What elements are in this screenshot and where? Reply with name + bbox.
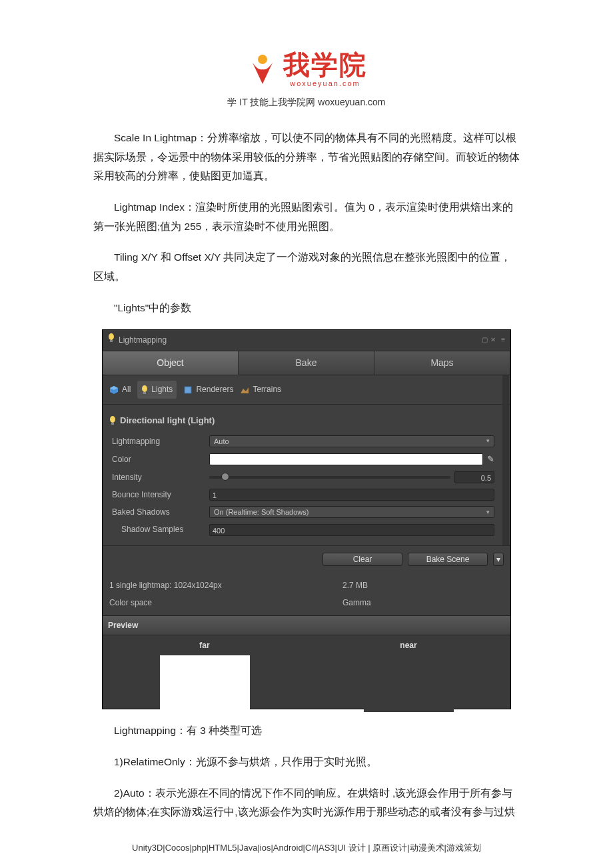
page-header: 我学院 woxueyuan.com 学 IT 技能上我学院网 woxueyuan… bbox=[0, 47, 613, 109]
filter-all[interactable]: All bbox=[109, 382, 131, 397]
lightmapping-dropdown[interactable]: Auto ▾ bbox=[209, 435, 494, 447]
preview-far-label: far bbox=[103, 635, 306, 655]
logo-subtext: woxueyuan.com bbox=[283, 79, 367, 87]
shadows-label: Baked Shadows bbox=[109, 505, 209, 519]
intensity-label: Intensity bbox=[109, 470, 209, 485]
prop-bounce: Bounce Intensity 1 bbox=[109, 486, 504, 503]
filter-renderers[interactable]: Renderers bbox=[183, 382, 233, 397]
window-titlebar: Lightmapping ▢ ✕ ≡ bbox=[103, 330, 510, 350]
filter-terrains[interactable]: Terrains bbox=[240, 382, 281, 397]
filter-bar: All Lights Renderers Terrains bbox=[103, 375, 510, 404]
paragraph-scale: Scale In Lightmap：分辨率缩放，可以使不同的物体具有不同的光照精… bbox=[93, 129, 520, 186]
tab-maps[interactable]: Maps bbox=[374, 351, 510, 375]
document-body: Scale In Lightmap：分辨率缩放，可以使不同的物体具有不同的光照精… bbox=[0, 129, 613, 822]
lightmapping-label: Lightmapping bbox=[109, 434, 209, 449]
preview-near-label: near bbox=[306, 635, 510, 655]
tab-bar: Object Bake Maps bbox=[103, 351, 510, 376]
paragraph-tiling: Tiling X/Y 和 Offset X/Y 共同决定了一个游戏对象的光照信息… bbox=[93, 248, 520, 286]
shadows-dropdown[interactable]: On (Realtime: Soft Shadows) ▾ bbox=[209, 506, 494, 518]
logo-mark-icon bbox=[246, 51, 279, 84]
preview-far-thumb bbox=[160, 655, 250, 712]
panel-body: All Lights Renderers Terrains Directiona… bbox=[103, 375, 510, 545]
page-footer: Unity3D|Cocos|php|HTML5|Java|ios|Android… bbox=[0, 842, 613, 854]
preview-area: far near bbox=[103, 635, 510, 709]
filter-lights[interactable]: Lights bbox=[137, 381, 177, 398]
section-title: Directional light (Light) bbox=[109, 409, 504, 433]
paragraph-realtime-only: 1)RelatimeOnly：光源不参与烘焙，只作用于实时光照。 bbox=[93, 753, 520, 772]
scrollbar[interactable] bbox=[502, 375, 509, 545]
svg-point-0 bbox=[258, 55, 267, 64]
tab-object[interactable]: Object bbox=[103, 351, 239, 375]
tab-bake[interactable]: Bake bbox=[239, 351, 374, 375]
svg-point-1 bbox=[109, 333, 114, 340]
cube-icon bbox=[109, 385, 119, 395]
colorspace-label: Color space bbox=[109, 595, 342, 610]
svg-rect-7 bbox=[185, 387, 191, 393]
svg-rect-2 bbox=[110, 340, 113, 342]
samples-label: Shadow Samples bbox=[109, 522, 209, 537]
bounce-input[interactable]: 1 bbox=[209, 489, 494, 501]
window-controls[interactable]: ▢ ✕ ≡ bbox=[482, 334, 505, 347]
prop-lightmapping: Lightmapping Auto ▾ bbox=[109, 433, 504, 450]
bake-menu-button[interactable]: ▾ bbox=[493, 553, 504, 566]
bake-scene-button[interactable]: Bake Scene bbox=[408, 553, 488, 566]
logo: 我学院 woxueyuan.com bbox=[246, 47, 367, 87]
svg-point-5 bbox=[142, 385, 147, 392]
menu-icon[interactable]: ≡ bbox=[501, 334, 505, 347]
lightmap-info-label: 1 single lightmap: 1024x1024px bbox=[109, 578, 342, 593]
chevron-down-icon: ▾ bbox=[486, 435, 490, 447]
preview-bar: Preview bbox=[103, 615, 510, 635]
lightmap-info-size: 2.7 MB bbox=[342, 578, 368, 593]
button-row: Clear Bake Scene ▾ bbox=[103, 545, 510, 573]
chevron-down-icon: ▾ bbox=[486, 507, 490, 518]
info-panel: 1 single lightmap: 1024x1024px 2.7 MB Co… bbox=[103, 573, 510, 615]
unity-lightmapping-window: Lightmapping ▢ ✕ ≡ Object Bake Maps All bbox=[102, 329, 511, 709]
svg-rect-10 bbox=[111, 423, 114, 425]
paragraph-auto: 2)Auto：表示光源在不同的情况下作不同的响应。在烘焙时 ,该光源会作用于所有… bbox=[93, 784, 520, 822]
paragraph-index: Lightmap Index：渲染时所使用的光照贴图索引。值为 0，表示渲染时使… bbox=[93, 198, 520, 236]
intensity-value[interactable]: 0.5 bbox=[454, 471, 494, 483]
svg-marker-8 bbox=[241, 387, 249, 393]
tagline: 学 IT 技能上我学院网 woxueyuan.com bbox=[0, 97, 613, 109]
svg-rect-6 bbox=[143, 392, 146, 394]
color-label: Color bbox=[109, 452, 209, 467]
prop-intensity: Intensity 0.5 bbox=[109, 469, 504, 486]
clear-button[interactable]: Clear bbox=[322, 553, 402, 566]
colorspace-value: Gamma bbox=[342, 595, 371, 610]
logo-text: 我学院 bbox=[283, 50, 367, 79]
prop-color: Color ✎ bbox=[109, 450, 504, 469]
paragraph-lightmapping-types: Lightmapping：有 3 种类型可选 bbox=[93, 721, 520, 741]
paragraph-lights-heading: "Lights"中的参数 bbox=[93, 299, 520, 318]
bulb-icon bbox=[109, 416, 116, 425]
close-icon[interactable]: ✕ bbox=[490, 334, 496, 347]
intensity-slider[interactable] bbox=[209, 476, 450, 479]
svg-point-9 bbox=[110, 416, 115, 423]
samples-input[interactable]: 400 bbox=[209, 524, 494, 536]
window-title: Lightmapping bbox=[119, 333, 167, 347]
preview-near-thumb bbox=[364, 655, 454, 712]
bulb-icon bbox=[108, 333, 115, 347]
eyedropper-icon[interactable]: ✎ bbox=[487, 451, 494, 467]
prop-samples: Shadow Samples 400 bbox=[109, 521, 504, 538]
maximize-icon[interactable]: ▢ bbox=[482, 334, 488, 347]
terrain-icon bbox=[240, 385, 249, 395]
color-swatch[interactable] bbox=[209, 453, 483, 465]
bounce-label: Bounce Intensity bbox=[109, 487, 209, 502]
mesh-icon bbox=[183, 385, 193, 395]
bulb-icon bbox=[141, 385, 148, 395]
prop-shadows: Baked Shadows On (Realtime: Soft Shadows… bbox=[109, 503, 504, 521]
